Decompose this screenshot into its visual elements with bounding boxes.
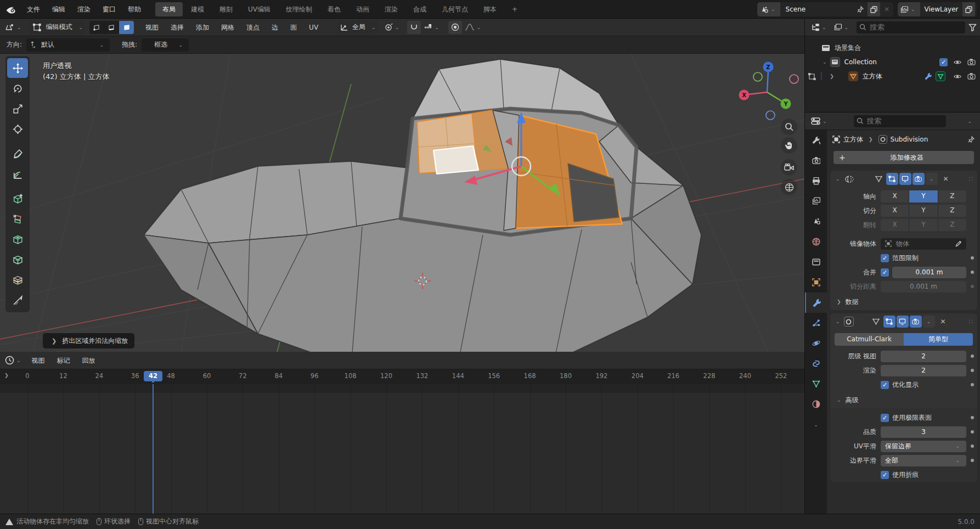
animate-dot[interactable] (971, 383, 974, 386)
bisect-x-button[interactable]: X (881, 205, 909, 217)
use-creases-checkbox[interactable]: ✓ (881, 471, 889, 479)
object-label[interactable]: 立方体 (863, 72, 925, 81)
properties-tab-object[interactable] (805, 272, 827, 292)
properties-tab-output[interactable] (805, 171, 827, 191)
animate-dot[interactable] (971, 430, 974, 434)
playhead-line[interactable] (153, 384, 154, 514)
animate-dot[interactable] (971, 271, 974, 274)
topbar-menu-1[interactable]: 编辑 (46, 2, 71, 16)
outliner-search-input[interactable] (857, 21, 965, 33)
navigation-gizmo[interactable]: Z X Y (739, 62, 799, 120)
show-in-viewport-toggle[interactable] (897, 316, 909, 328)
timeline-editor-type-button[interactable]: ⌄ (2, 354, 26, 367)
viewport-menu-5[interactable]: 边 (266, 20, 284, 35)
hide-icon[interactable] (953, 74, 962, 80)
animate-dot[interactable] (971, 369, 974, 372)
object-row[interactable]: │ ❯ 立方体 (805, 69, 980, 83)
transform-tool-icon[interactable] (7, 119, 28, 139)
delete-modifier-button[interactable]: ✕ (940, 318, 946, 325)
topbar-menu-3[interactable]: 窗口 (97, 2, 122, 16)
properties-tab-collection[interactable] (805, 252, 827, 272)
eyedropper-icon[interactable] (955, 240, 962, 247)
snap-toggle[interactable] (407, 21, 421, 34)
properties-tab-render[interactable] (805, 150, 827, 171)
optimal-display-checkbox[interactable]: ✓ (881, 381, 889, 389)
extrude-region-tool-icon[interactable] (7, 209, 28, 229)
properties-tab-tool[interactable] (805, 130, 827, 150)
outliner-display-mode-button[interactable]: ⌄ (831, 21, 854, 34)
viewport-menu-6[interactable]: 面 (284, 20, 303, 35)
workspace-tab-纹理绘制[interactable]: 纹理绘制 (279, 2, 319, 16)
disable-in-render-icon[interactable] (967, 59, 976, 65)
topbar-menu-2[interactable]: 渲染 (71, 2, 97, 16)
workspace-tab-渲染[interactable]: 渲染 (378, 2, 405, 16)
apply-on-cage-toggle[interactable] (870, 316, 882, 328)
scene-collection-label[interactable]: 场景集合 (835, 43, 861, 53)
inset-faces-tool-icon[interactable] (7, 229, 28, 249)
collection-label[interactable]: Collection (844, 58, 939, 66)
measure-tool-icon[interactable] (7, 164, 28, 184)
simple-tab[interactable]: 简单型 (904, 333, 973, 346)
viewlayer-icon[interactable]: ⌄ (898, 2, 920, 16)
blender-logo-icon[interactable] (0, 5, 21, 14)
show-in-editmode-toggle[interactable] (886, 173, 898, 185)
scene-collection-row[interactable]: 场景集合 (805, 41, 980, 55)
workspace-tab-脚本[interactable]: 脚本 (476, 2, 504, 16)
animate-dot[interactable] (971, 416, 974, 419)
pan-button[interactable] (781, 137, 797, 154)
advanced-section-arrow[interactable]: ⌄ (835, 397, 843, 403)
camera-view-button[interactable] (781, 159, 797, 176)
properties-options-dropdown[interactable]: ⌄ (962, 115, 977, 128)
viewport-3d[interactable]: Z X Y 用户透视 (42) 立方体 | 立方体 ❯ 挤出区域并沿法向缩放 (0, 54, 804, 352)
timeline-menu-0[interactable]: 视图 (26, 353, 51, 368)
workspace-tab-着色[interactable]: 着色 (320, 2, 348, 16)
transform-orientation-dropdown[interactable]: 全局 ⌄ (337, 20, 378, 35)
flip-x-button[interactable]: X (881, 219, 909, 231)
properties-tab-particles[interactable] (805, 313, 827, 333)
workspace-tab-几何节点[interactable]: 几何节点 (435, 2, 475, 16)
viewlayer-name[interactable]: ViewLayer (920, 5, 963, 13)
viewport-menu-4[interactable]: 顶点 (240, 20, 266, 35)
workspace-tab-合成[interactable]: 合成 (406, 2, 433, 16)
show-in-render-toggle[interactable] (913, 173, 925, 185)
workspace-tab-动画[interactable]: 动画 (349, 2, 376, 16)
properties-tab-data[interactable] (805, 374, 827, 394)
axis-x-button[interactable]: X (881, 190, 909, 202)
subdivision-modifier-header[interactable]: ⌄ ⌄ ✕ ∷ (830, 313, 977, 330)
editor-type-button[interactable]: ⌄ (2, 21, 26, 34)
bisect-y-button[interactable]: Y (909, 205, 938, 217)
drag-dropdown[interactable]: 框选 ⌄ (142, 38, 189, 52)
uv-smooth-dropdown[interactable]: 保留边界 ⌄ (881, 441, 966, 452)
axis-z-neg-ball[interactable] (766, 111, 775, 120)
show-in-viewport-toggle[interactable] (899, 173, 911, 185)
pivot-point-dropdown[interactable]: ⌄ (381, 21, 404, 34)
modifier-extras-dropdown[interactable]: ⌄ (926, 173, 938, 185)
drag-handle[interactable]: ∷ (968, 175, 974, 183)
add-cube-tool-icon[interactable] (7, 189, 28, 209)
properties-tab-constraints[interactable] (805, 353, 827, 374)
viewport-menu-0[interactable]: 视图 (139, 20, 165, 35)
scene-name[interactable]: Scene (780, 5, 857, 13)
data-section-arrow[interactable]: ❯ (835, 299, 843, 305)
properties-tab-physics[interactable] (805, 333, 827, 353)
properties-tab-scene[interactable] (805, 211, 827, 232)
properties-tabs-overflow[interactable]: ⌄ (805, 414, 827, 435)
properties-editor-type-button[interactable]: ⌄ (808, 115, 832, 128)
mode-dropdown[interactable]: 编辑模式 ⌄ (30, 20, 86, 35)
levels-render-field[interactable]: 2 (881, 365, 966, 376)
axis-z-button[interactable]: Z (938, 190, 966, 202)
mirror-modifier-header[interactable]: ⌄ ⌄ ✕ ∷ (830, 171, 977, 187)
properties-tab-view-layer[interactable] (805, 191, 827, 211)
workspace-tab-布局[interactable]: 布局 (155, 2, 183, 16)
animate-dot[interactable] (971, 354, 974, 358)
breadcrumb-modifier[interactable]: Subdivision (891, 136, 928, 143)
snap-settings-dropdown[interactable]: ⌄ (421, 21, 444, 34)
axis-y-neg-ball[interactable] (753, 72, 762, 81)
operator-panel[interactable]: ❯ 挤出区域并沿法向缩放 (43, 333, 134, 348)
topbar-menu-0[interactable]: 文件 (21, 2, 46, 16)
timeline-tracks[interactable] (0, 384, 804, 514)
breadcrumb-object[interactable]: 立方体 (843, 135, 863, 144)
face-select-button[interactable] (119, 21, 134, 34)
viewport-menu-1[interactable]: 选择 (165, 20, 190, 35)
pin-icon[interactable] (857, 5, 864, 13)
